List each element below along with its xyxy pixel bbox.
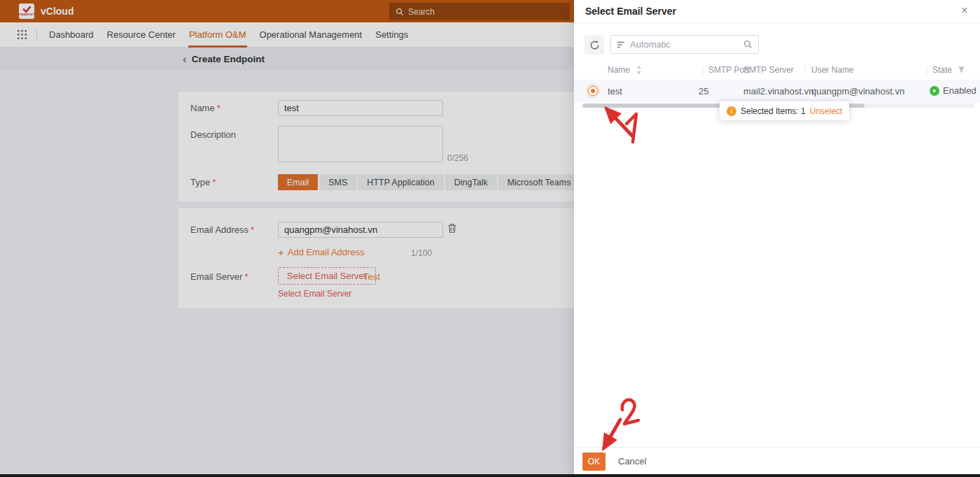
screen-bottom-edge — [0, 474, 980, 477]
table-row[interactable]: test 25 mail2.vinahost.vn quangpm@vinaho… — [574, 80, 980, 103]
table-header: Name SMTP Port SMTP Server User Name Sta… — [574, 61, 980, 80]
unselect-link[interactable]: Unselect — [810, 106, 843, 116]
column-user-name: User Name — [811, 65, 854, 75]
select-email-server-drawer: Select Email Server × Name SMTP Port SMT… — [574, 0, 980, 477]
cell-smtp-port: 25 — [699, 86, 708, 97]
cancel-button[interactable]: Cancel — [618, 456, 646, 467]
drawer-header: Select Email Server × — [574, 0, 980, 23]
info-icon: i — [727, 106, 736, 116]
row-radio-selected[interactable] — [588, 86, 598, 96]
refresh-button[interactable] — [584, 35, 604, 55]
server-search-box — [610, 35, 759, 54]
selection-tooltip: i Selected Items: 1 Unselect — [720, 101, 849, 120]
cell-name: test — [608, 86, 622, 97]
enabled-state-icon — [930, 86, 939, 96]
column-divider — [926, 66, 927, 75]
drawer-mask[interactable] — [0, 0, 574, 477]
server-search-input[interactable] — [630, 39, 738, 50]
close-icon[interactable]: × — [958, 3, 972, 17]
column-divider — [702, 66, 703, 75]
state-badge: Enabled — [930, 85, 976, 96]
filter-funnel-icon[interactable] — [958, 66, 965, 73]
column-divider — [737, 66, 738, 75]
cell-user-name: quangpm@vinahost.vn — [811, 86, 904, 97]
cell-smtp-server: mail2.vinahost.vn — [743, 86, 813, 97]
drawer-title: Select Email Server — [585, 6, 676, 17]
footer-divider — [574, 447, 980, 448]
column-name[interactable]: Name — [608, 65, 630, 75]
search-icon[interactable] — [743, 40, 752, 49]
column-state: State — [932, 65, 952, 75]
column-divider — [805, 66, 806, 75]
selection-count-text: Selected Items: 1 — [741, 106, 806, 116]
ok-button[interactable]: OK — [582, 453, 606, 471]
sort-icon[interactable] — [636, 66, 642, 74]
filter-lines-icon — [617, 41, 625, 48]
column-smtp-server: SMTP Server — [743, 65, 794, 75]
